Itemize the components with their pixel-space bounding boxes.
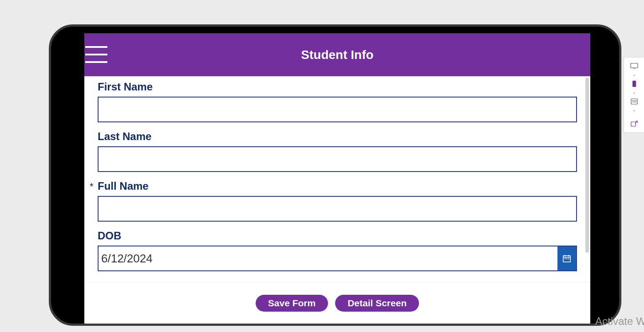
home-indicator[interactable] bbox=[308, 316, 362, 319]
svg-rect-9 bbox=[632, 81, 636, 87]
full-name-group: * Full Name bbox=[98, 180, 577, 222]
form-container: First Name Last Name * Full Name DOB bbox=[84, 76, 590, 276]
dob-input[interactable] bbox=[99, 246, 557, 270]
form-preview-icon[interactable] bbox=[628, 97, 640, 106]
tablet-device-frame: Student Info First Name Last Name * Full… bbox=[49, 24, 621, 326]
svg-rect-13 bbox=[631, 122, 636, 126]
first-name-group: First Name bbox=[98, 81, 577, 122]
popout-icon[interactable] bbox=[628, 119, 640, 129]
hamburger-menu-icon[interactable] bbox=[84, 46, 107, 63]
first-name-label: First Name bbox=[98, 81, 577, 93]
save-form-button[interactable]: Save Form bbox=[256, 295, 328, 312]
dob-label: DOB bbox=[98, 230, 577, 242]
last-name-group: Last Name bbox=[98, 130, 577, 172]
full-name-input[interactable] bbox=[98, 196, 577, 222]
dob-input-wrapper bbox=[98, 246, 577, 271]
svg-rect-7 bbox=[631, 63, 638, 68]
preview-toolbar: ⌄ ⌄ ⌄ bbox=[624, 58, 644, 132]
last-name-input[interactable] bbox=[98, 146, 577, 172]
calendar-picker-button[interactable] bbox=[557, 246, 576, 270]
required-asterisk: * bbox=[90, 181, 94, 192]
chevron-down-icon[interactable]: ⌄ bbox=[632, 90, 636, 96]
last-name-label: Last Name bbox=[98, 130, 577, 143]
first-name-input[interactable] bbox=[98, 97, 577, 122]
dob-group: DOB bbox=[98, 230, 577, 271]
svg-rect-6 bbox=[568, 258, 569, 259]
full-name-label: Full Name bbox=[98, 180, 577, 192]
app-header: Student Info bbox=[84, 33, 590, 76]
page-title: Student Info bbox=[84, 48, 590, 62]
svg-rect-10 bbox=[631, 99, 637, 104]
chevron-down-icon[interactable]: ⌄ bbox=[632, 72, 636, 78]
svg-rect-4 bbox=[565, 258, 565, 259]
windows-watermark: Activate Wi bbox=[595, 315, 644, 328]
phone-preview-icon[interactable] bbox=[628, 79, 640, 89]
desktop-preview-icon[interactable] bbox=[628, 61, 640, 71]
detail-screen-button[interactable]: Detail Screen bbox=[335, 295, 419, 312]
chevron-down-icon[interactable]: ⌄ bbox=[632, 107, 636, 113]
app-screen: Student Info First Name Last Name * Full… bbox=[84, 33, 590, 317]
scrollbar[interactable] bbox=[585, 78, 589, 253]
calendar-icon bbox=[562, 254, 571, 263]
svg-rect-5 bbox=[566, 258, 567, 259]
